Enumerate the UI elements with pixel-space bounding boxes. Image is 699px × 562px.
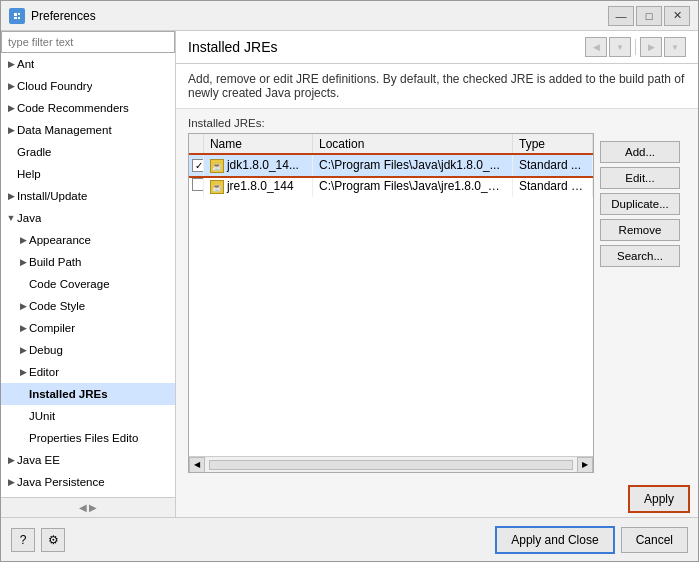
sidebar-item-code-style[interactable]: ▶ Code Style — [1, 295, 175, 317]
arrow-icon: ▶ — [17, 366, 29, 378]
arrow-icon: ▶ — [17, 322, 29, 334]
col-name-header[interactable]: Name — [203, 134, 312, 155]
col-location-header[interactable]: Location — [312, 134, 512, 155]
row-checkbox[interactable] — [192, 178, 203, 191]
add-button[interactable]: Add... — [600, 141, 680, 163]
col-type-header[interactable]: Type — [513, 134, 593, 155]
row-location-cell: C:\Program Files\Java\jre1.8.0_144 — [312, 176, 512, 197]
sidebar-item-label: Editor — [29, 363, 59, 381]
arrow-icon: ▶ — [17, 234, 29, 246]
sidebar-item-properties-files[interactable]: ▶ Properties Files Edito — [1, 427, 175, 449]
sidebar-item-label: Debug — [29, 341, 63, 359]
table-label: Installed JREs: — [188, 117, 686, 129]
sidebar-item-label: Java EE — [17, 451, 60, 469]
duplicate-button[interactable]: Duplicate... — [600, 193, 680, 215]
bottom-right-buttons: Apply and Close Cancel — [495, 526, 688, 554]
scrollbar-track[interactable] — [209, 460, 573, 470]
arrow-icon: ▶ — [5, 58, 17, 70]
sidebar-item-compiler[interactable]: ▶ Compiler — [1, 317, 175, 339]
svg-rect-1 — [14, 13, 17, 16]
sidebar-item-label: Code Style — [29, 297, 85, 315]
table-row[interactable]: ☕jdk1.8.0_14... C:\Program Files\Java\jd… — [189, 155, 593, 176]
sidebar-resize-handle[interactable]: ◀ ▶ — [1, 497, 175, 517]
sidebar-item-data-management[interactable]: ▶ Data Management — [1, 119, 175, 141]
sidebar-item-cloud-foundry[interactable]: ▶ Cloud Foundry — [1, 75, 175, 97]
sidebar-item-label: Installed JREs — [29, 385, 108, 403]
sidebar-item-appearance[interactable]: ▶ Appearance — [1, 229, 175, 251]
minimize-button[interactable]: — — [608, 6, 634, 26]
scroll-left-button[interactable]: ◀ — [189, 457, 205, 473]
edit-button[interactable]: Edit... — [600, 167, 680, 189]
window-controls: — □ ✕ — [608, 6, 690, 26]
main-content: ▶ Ant ▶ Cloud Foundry ▶ Code Recommender… — [1, 31, 698, 517]
panel-description: Add, remove or edit JRE definitions. By … — [176, 64, 698, 109]
sidebar-item-label: Appearance — [29, 231, 91, 249]
horizontal-scrollbar[interactable]: ◀ ▶ — [189, 456, 593, 472]
row-location-cell: C:\Program Files\Java\jdk1.8.0_... — [312, 155, 512, 176]
close-button[interactable]: ✕ — [664, 6, 690, 26]
sidebar-item-gradle[interactable]: ▶ Gradle — [1, 141, 175, 163]
sidebar-item-code-coverage[interactable]: ▶ Code Coverage — [1, 273, 175, 295]
sidebar-item-label: Data Management — [17, 121, 112, 139]
jre-table-container: Name Location Type — [188, 133, 594, 473]
scroll-right-button[interactable]: ▶ — [577, 457, 593, 473]
back-dropdown-button[interactable]: ▼ — [609, 37, 631, 57]
arrow-icon: ▼ — [5, 212, 17, 224]
preferences-icon-button[interactable]: ⚙ — [41, 528, 65, 552]
sidebar-item-label: Compiler — [29, 319, 75, 337]
svg-rect-2 — [18, 13, 20, 15]
sidebar-item-java-ee[interactable]: ▶ Java EE — [1, 449, 175, 471]
help-button[interactable]: ? — [11, 528, 35, 552]
row-name-cell: ☕jdk1.8.0_14... — [203, 155, 312, 176]
sidebar-item-label: Build Path — [29, 253, 81, 271]
sidebar-item-help[interactable]: ▶ Help — [1, 163, 175, 185]
sidebar-item-label: Properties Files Edito — [29, 429, 138, 447]
arrow-icon: ▶ — [5, 124, 17, 136]
sidebar-item-build-path[interactable]: ▶ Build Path — [1, 251, 175, 273]
row-type-cell: Standard ... — [513, 155, 593, 176]
forward-button[interactable]: ▶ — [640, 37, 662, 57]
back-button[interactable]: ◀ — [585, 37, 607, 57]
apply-button[interactable]: Apply — [628, 485, 690, 513]
arrow-icon: ▶ — [5, 80, 17, 92]
sidebar-item-label: Ant — [17, 55, 34, 73]
row-checkbox-cell[interactable] — [189, 176, 203, 197]
tree-container: ▶ Ant ▶ Cloud Foundry ▶ Code Recommender… — [1, 53, 175, 497]
sidebar-item-install-update[interactable]: ▶ Install/Update — [1, 185, 175, 207]
sidebar-item-label: Code Recommenders — [17, 99, 129, 117]
sidebar-item-junit[interactable]: ▶ JUnit — [1, 405, 175, 427]
row-checkbox[interactable] — [192, 159, 203, 172]
resize-icon: ◀ ▶ — [79, 502, 98, 513]
table-row[interactable]: ☕jre1.8.0_144 C:\Program Files\Java\jre1… — [189, 176, 593, 197]
sidebar-item-installed-jres[interactable]: ▶ Installed JREs — [1, 383, 175, 405]
arrow-icon: ▶ — [5, 190, 17, 202]
search-button[interactable]: Search... — [600, 245, 680, 267]
cancel-button[interactable]: Cancel — [621, 527, 688, 553]
sidebar-item-java[interactable]: ▼ Java — [1, 207, 175, 229]
arrow-icon: ▶ — [5, 454, 17, 466]
sidebar-item-label: Cloud Foundry — [17, 77, 92, 95]
sidebar-item-label: Code Coverage — [29, 275, 110, 293]
panel-title: Installed JREs — [188, 39, 277, 55]
svg-rect-4 — [14, 17, 17, 19]
description-text: Add, remove or edit JRE definitions. By … — [188, 72, 684, 100]
action-buttons: Add... Edit... Duplicate... Remove Searc… — [594, 133, 686, 473]
maximize-button[interactable]: □ — [636, 6, 662, 26]
apply-and-close-button[interactable]: Apply and Close — [495, 526, 614, 554]
remove-button[interactable]: Remove — [600, 219, 680, 241]
sidebar-item-code-recommenders[interactable]: ▶ Code Recommenders — [1, 97, 175, 119]
forward-dropdown-button[interactable]: ▼ — [664, 37, 686, 57]
svg-rect-3 — [18, 17, 20, 19]
sidebar-item-java-persistence[interactable]: ▶ Java Persistence — [1, 471, 175, 493]
sidebar-item-label: Java Persistence — [17, 473, 105, 491]
sidebar-item-editor[interactable]: ▶ Editor — [1, 361, 175, 383]
sidebar-item-debug[interactable]: ▶ Debug — [1, 339, 175, 361]
row-checkbox-cell[interactable] — [189, 155, 203, 176]
window-title: Preferences — [31, 9, 608, 23]
jar-icon: ☕ — [210, 180, 224, 194]
sidebar: ▶ Ant ▶ Cloud Foundry ▶ Code Recommender… — [1, 31, 176, 517]
filter-input[interactable] — [1, 31, 175, 53]
sidebar-item-label: Install/Update — [17, 187, 87, 205]
sidebar-item-ant[interactable]: ▶ Ant — [1, 53, 175, 75]
help-icon: ? — [20, 533, 27, 547]
